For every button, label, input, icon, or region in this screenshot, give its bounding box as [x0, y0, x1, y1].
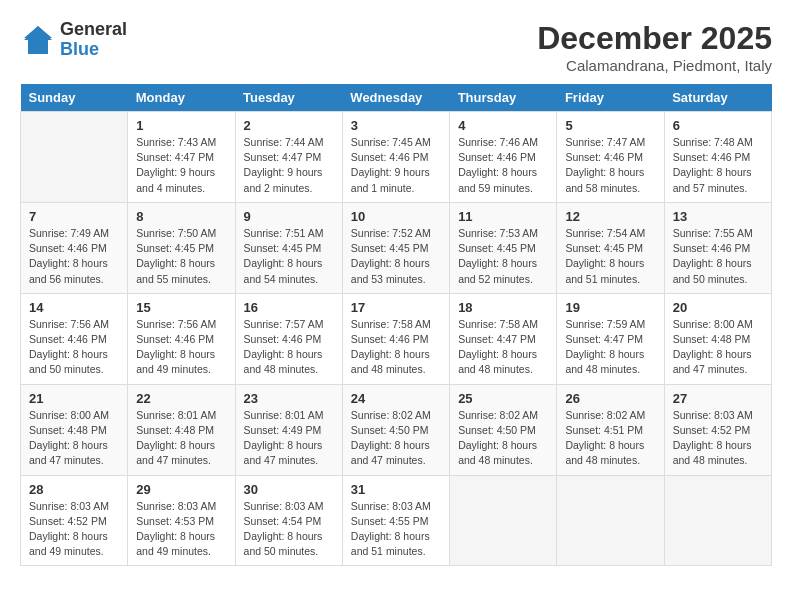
day-number: 29 [136, 482, 226, 497]
calendar-cell: 28Sunrise: 8:03 AM Sunset: 4:52 PM Dayli… [21, 475, 128, 566]
day-info: Sunrise: 8:02 AM Sunset: 4:51 PM Dayligh… [565, 408, 655, 469]
day-number: 19 [565, 300, 655, 315]
calendar-cell [21, 112, 128, 203]
day-info: Sunrise: 8:03 AM Sunset: 4:53 PM Dayligh… [136, 499, 226, 560]
day-info: Sunrise: 7:57 AM Sunset: 4:46 PM Dayligh… [244, 317, 334, 378]
logo-blue: Blue [60, 40, 127, 60]
calendar-cell: 21Sunrise: 8:00 AM Sunset: 4:48 PM Dayli… [21, 384, 128, 475]
day-number: 22 [136, 391, 226, 406]
calendar-day-header: Wednesday [342, 84, 449, 112]
calendar-cell: 10Sunrise: 7:52 AM Sunset: 4:45 PM Dayli… [342, 202, 449, 293]
day-number: 5 [565, 118, 655, 133]
day-number: 13 [673, 209, 763, 224]
day-number: 9 [244, 209, 334, 224]
day-number: 8 [136, 209, 226, 224]
calendar-week-row: 7Sunrise: 7:49 AM Sunset: 4:46 PM Daylig… [21, 202, 772, 293]
calendar-cell: 17Sunrise: 7:58 AM Sunset: 4:46 PM Dayli… [342, 293, 449, 384]
location: Calamandrana, Piedmont, Italy [537, 57, 772, 74]
calendar-header-row: SundayMondayTuesdayWednesdayThursdayFrid… [21, 84, 772, 112]
day-info: Sunrise: 7:45 AM Sunset: 4:46 PM Dayligh… [351, 135, 441, 196]
day-info: Sunrise: 7:50 AM Sunset: 4:45 PM Dayligh… [136, 226, 226, 287]
calendar-cell: 5Sunrise: 7:47 AM Sunset: 4:46 PM Daylig… [557, 112, 664, 203]
day-info: Sunrise: 7:43 AM Sunset: 4:47 PM Dayligh… [136, 135, 226, 196]
calendar-cell [450, 475, 557, 566]
calendar-cell: 25Sunrise: 8:02 AM Sunset: 4:50 PM Dayli… [450, 384, 557, 475]
day-number: 15 [136, 300, 226, 315]
calendar-cell: 18Sunrise: 7:58 AM Sunset: 4:47 PM Dayli… [450, 293, 557, 384]
day-number: 14 [29, 300, 119, 315]
calendar-cell: 2Sunrise: 7:44 AM Sunset: 4:47 PM Daylig… [235, 112, 342, 203]
day-number: 12 [565, 209, 655, 224]
calendar-cell: 31Sunrise: 8:03 AM Sunset: 4:55 PM Dayli… [342, 475, 449, 566]
calendar-day-header: Sunday [21, 84, 128, 112]
day-info: Sunrise: 7:54 AM Sunset: 4:45 PM Dayligh… [565, 226, 655, 287]
day-number: 2 [244, 118, 334, 133]
day-info: Sunrise: 7:58 AM Sunset: 4:46 PM Dayligh… [351, 317, 441, 378]
day-info: Sunrise: 8:01 AM Sunset: 4:48 PM Dayligh… [136, 408, 226, 469]
day-info: Sunrise: 7:58 AM Sunset: 4:47 PM Dayligh… [458, 317, 548, 378]
day-number: 10 [351, 209, 441, 224]
calendar-day-header: Monday [128, 84, 235, 112]
logo-general: General [60, 20, 127, 40]
day-info: Sunrise: 8:02 AM Sunset: 4:50 PM Dayligh… [458, 408, 548, 469]
calendar-day-header: Tuesday [235, 84, 342, 112]
calendar-day-header: Friday [557, 84, 664, 112]
day-info: Sunrise: 8:03 AM Sunset: 4:52 PM Dayligh… [29, 499, 119, 560]
day-number: 30 [244, 482, 334, 497]
day-number: 20 [673, 300, 763, 315]
day-number: 7 [29, 209, 119, 224]
title-block: December 2025 Calamandrana, Piedmont, It… [537, 20, 772, 74]
calendar-cell: 16Sunrise: 7:57 AM Sunset: 4:46 PM Dayli… [235, 293, 342, 384]
day-info: Sunrise: 7:46 AM Sunset: 4:46 PM Dayligh… [458, 135, 548, 196]
calendar-cell: 15Sunrise: 7:56 AM Sunset: 4:46 PM Dayli… [128, 293, 235, 384]
day-number: 1 [136, 118, 226, 133]
calendar-cell: 22Sunrise: 8:01 AM Sunset: 4:48 PM Dayli… [128, 384, 235, 475]
calendar-cell: 23Sunrise: 8:01 AM Sunset: 4:49 PM Dayli… [235, 384, 342, 475]
day-number: 11 [458, 209, 548, 224]
calendar-week-row: 21Sunrise: 8:00 AM Sunset: 4:48 PM Dayli… [21, 384, 772, 475]
calendar-cell: 14Sunrise: 7:56 AM Sunset: 4:46 PM Dayli… [21, 293, 128, 384]
day-number: 23 [244, 391, 334, 406]
day-number: 24 [351, 391, 441, 406]
day-info: Sunrise: 7:52 AM Sunset: 4:45 PM Dayligh… [351, 226, 441, 287]
day-info: Sunrise: 8:02 AM Sunset: 4:50 PM Dayligh… [351, 408, 441, 469]
day-info: Sunrise: 7:59 AM Sunset: 4:47 PM Dayligh… [565, 317, 655, 378]
calendar-cell: 26Sunrise: 8:02 AM Sunset: 4:51 PM Dayli… [557, 384, 664, 475]
day-info: Sunrise: 7:48 AM Sunset: 4:46 PM Dayligh… [673, 135, 763, 196]
day-number: 17 [351, 300, 441, 315]
calendar-cell: 3Sunrise: 7:45 AM Sunset: 4:46 PM Daylig… [342, 112, 449, 203]
day-info: Sunrise: 8:01 AM Sunset: 4:49 PM Dayligh… [244, 408, 334, 469]
day-info: Sunrise: 7:51 AM Sunset: 4:45 PM Dayligh… [244, 226, 334, 287]
page-header: General Blue December 2025 Calamandrana,… [20, 20, 772, 74]
day-number: 4 [458, 118, 548, 133]
calendar-cell: 9Sunrise: 7:51 AM Sunset: 4:45 PM Daylig… [235, 202, 342, 293]
calendar-cell: 11Sunrise: 7:53 AM Sunset: 4:45 PM Dayli… [450, 202, 557, 293]
calendar-cell: 19Sunrise: 7:59 AM Sunset: 4:47 PM Dayli… [557, 293, 664, 384]
day-number: 16 [244, 300, 334, 315]
day-info: Sunrise: 7:56 AM Sunset: 4:46 PM Dayligh… [29, 317, 119, 378]
day-info: Sunrise: 7:56 AM Sunset: 4:46 PM Dayligh… [136, 317, 226, 378]
day-number: 3 [351, 118, 441, 133]
day-number: 21 [29, 391, 119, 406]
day-number: 31 [351, 482, 441, 497]
calendar-cell: 20Sunrise: 8:00 AM Sunset: 4:48 PM Dayli… [664, 293, 771, 384]
calendar-table: SundayMondayTuesdayWednesdayThursdayFrid… [20, 84, 772, 566]
day-number: 28 [29, 482, 119, 497]
calendar-cell: 27Sunrise: 8:03 AM Sunset: 4:52 PM Dayli… [664, 384, 771, 475]
calendar-cell [664, 475, 771, 566]
day-info: Sunrise: 8:00 AM Sunset: 4:48 PM Dayligh… [673, 317, 763, 378]
day-number: 6 [673, 118, 763, 133]
calendar-cell: 6Sunrise: 7:48 AM Sunset: 4:46 PM Daylig… [664, 112, 771, 203]
calendar-week-row: 14Sunrise: 7:56 AM Sunset: 4:46 PM Dayli… [21, 293, 772, 384]
day-number: 27 [673, 391, 763, 406]
calendar-cell: 13Sunrise: 7:55 AM Sunset: 4:46 PM Dayli… [664, 202, 771, 293]
logo-icon [20, 22, 56, 58]
calendar-cell: 12Sunrise: 7:54 AM Sunset: 4:45 PM Dayli… [557, 202, 664, 293]
calendar-cell: 30Sunrise: 8:03 AM Sunset: 4:54 PM Dayli… [235, 475, 342, 566]
day-info: Sunrise: 7:53 AM Sunset: 4:45 PM Dayligh… [458, 226, 548, 287]
calendar-day-header: Thursday [450, 84, 557, 112]
calendar-cell: 1Sunrise: 7:43 AM Sunset: 4:47 PM Daylig… [128, 112, 235, 203]
calendar-cell: 29Sunrise: 8:03 AM Sunset: 4:53 PM Dayli… [128, 475, 235, 566]
day-number: 25 [458, 391, 548, 406]
month-title: December 2025 [537, 20, 772, 57]
